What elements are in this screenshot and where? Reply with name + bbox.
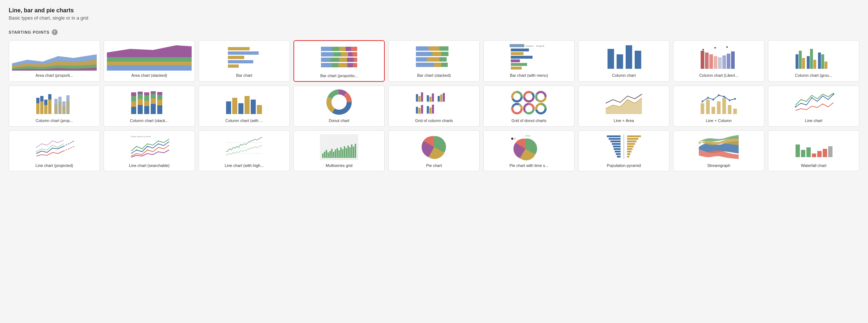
svg-rect-105 (144, 95, 149, 101)
chart-card-column-grouped[interactable]: Column chart (grou... (768, 40, 859, 82)
svg-rect-241 (817, 151, 822, 157)
svg-rect-226 (617, 156, 621, 158)
chart-label: Pie chart (392, 163, 476, 168)
chart-label: Multiseries grid (297, 163, 381, 168)
chart-card-column-stacked[interactable]: Column chart (stack... (104, 85, 195, 126)
chart-card-line-projected[interactable]: Line chart (projected) (9, 130, 100, 171)
svg-rect-116 (232, 98, 237, 114)
chart-label: Line chart (771, 118, 856, 123)
chart-preview (392, 43, 476, 71)
svg-rect-14 (331, 47, 339, 51)
chart-grid: Area chart (proporti... Area chart (stac… (9, 40, 859, 171)
svg-rect-228 (627, 138, 638, 140)
chart-label: Line + Column (676, 118, 761, 123)
svg-rect-71 (799, 51, 802, 69)
svg-rect-173 (706, 100, 710, 114)
svg-rect-52 (511, 59, 520, 62)
chart-card-bar-menu[interactable]: Group A Group B Bar chart (with menu) (483, 40, 575, 82)
chart-card-pie-time[interactable]: 2019 Pie chart with time s... (483, 130, 575, 171)
chart-card-bar-chart[interactable]: Bar chart (199, 40, 290, 82)
svg-point-150 (515, 95, 519, 99)
chart-card-area-stacked[interactable]: Area chart (stacked) (104, 40, 195, 82)
chart-card-line[interactable]: Line chart (768, 85, 859, 126)
svg-rect-104 (144, 101, 149, 106)
section-label: STARTING POINTS ? (9, 29, 859, 35)
svg-rect-74 (810, 49, 813, 69)
chart-card-line-searchable[interactable]: Enter series to show Line chart (searcha… (104, 130, 195, 171)
svg-rect-235 (627, 156, 629, 158)
svg-rect-16 (346, 47, 351, 51)
chart-card-streamgraph[interactable]: Streamgraph (673, 130, 764, 171)
chart-card-population[interactable]: Population pyramid (578, 130, 669, 171)
svg-rect-42 (416, 63, 434, 67)
svg-rect-239 (806, 147, 811, 157)
svg-rect-232 (627, 148, 633, 150)
svg-point-181 (713, 99, 714, 101)
svg-rect-202 (337, 148, 338, 158)
chart-preview (12, 134, 97, 161)
chart-label: Grid of donut charts (487, 118, 571, 123)
svg-rect-94 (66, 101, 70, 114)
svg-point-69 (726, 46, 728, 48)
svg-rect-41 (439, 57, 447, 62)
svg-rect-114 (157, 92, 162, 95)
chart-card-line-column[interactable]: Line + Column (673, 85, 764, 126)
chart-card-grid-column[interactable]: Grid of column charts (388, 85, 480, 126)
svg-rect-44 (441, 63, 448, 67)
chart-preview (392, 134, 476, 161)
svg-rect-96 (131, 101, 136, 107)
svg-rect-59 (701, 51, 704, 69)
svg-rect-135 (438, 96, 440, 101)
svg-point-185 (734, 98, 736, 100)
svg-text:Group B: Group B (536, 45, 544, 47)
svg-rect-110 (151, 91, 156, 94)
chart-card-column-likert[interactable]: Column chart (Likert... (673, 40, 764, 82)
chart-card-bar-proportional[interactable]: Bar chart (proportio... (293, 40, 385, 82)
svg-rect-200 (333, 152, 334, 158)
svg-rect-53 (511, 63, 527, 66)
svg-rect-144 (429, 108, 431, 113)
svg-rect-62 (714, 56, 717, 69)
chart-card-area-proportional[interactable]: Area chart (proporti... (9, 40, 100, 82)
svg-rect-54 (511, 67, 522, 70)
svg-rect-9 (228, 51, 259, 55)
chart-label: Column chart (prop... (12, 118, 97, 123)
chart-card-column-projected[interactable]: Column chart (prop... (9, 85, 100, 126)
svg-rect-112 (157, 100, 162, 105)
svg-rect-231 (627, 146, 634, 147)
svg-rect-237 (796, 144, 800, 157)
chart-card-line-high[interactable]: Line chart (with high... (199, 130, 290, 171)
svg-rect-210 (351, 144, 352, 158)
chart-card-column-with[interactable]: Column chart (with ... (199, 85, 290, 126)
svg-point-180 (707, 97, 709, 99)
svg-rect-13 (321, 47, 331, 51)
chart-card-multiseries[interactable]: Multiseries grid (293, 130, 385, 171)
svg-rect-172 (701, 103, 704, 114)
svg-rect-37 (432, 52, 441, 56)
chart-card-donut[interactable]: Donut chart (293, 85, 385, 126)
chart-label: Population pyramid (581, 163, 666, 168)
chart-card-waterfall[interactable]: Waterfall chart (768, 130, 859, 171)
chart-card-pie[interactable]: Pie chart (388, 130, 480, 171)
svg-rect-103 (144, 106, 149, 114)
help-icon[interactable]: ? (52, 29, 58, 35)
svg-rect-211 (353, 147, 354, 158)
chart-card-column[interactable]: Column chart (578, 40, 669, 82)
chart-label: Column chart (Likert... (676, 73, 761, 78)
svg-rect-178 (733, 109, 737, 114)
chart-label: Column chart (grou... (771, 73, 856, 78)
svg-rect-220 (610, 140, 621, 142)
svg-text:Enter series to show: Enter series to show (131, 135, 151, 138)
svg-rect-43 (434, 63, 441, 67)
svg-text:Group A: Group A (526, 45, 534, 47)
svg-rect-40 (427, 57, 439, 62)
chart-card-grid-donut[interactable]: Grid of donut charts (483, 85, 575, 126)
svg-rect-38 (441, 52, 448, 56)
chart-card-bar-stacked[interactable]: Bar chart (stacked) (388, 40, 480, 82)
svg-rect-23 (321, 58, 330, 62)
svg-rect-204 (340, 147, 342, 158)
svg-rect-205 (342, 149, 343, 158)
svg-rect-98 (131, 92, 136, 96)
svg-point-158 (539, 95, 543, 99)
chart-card-line-area[interactable]: Line + Area (578, 85, 669, 126)
